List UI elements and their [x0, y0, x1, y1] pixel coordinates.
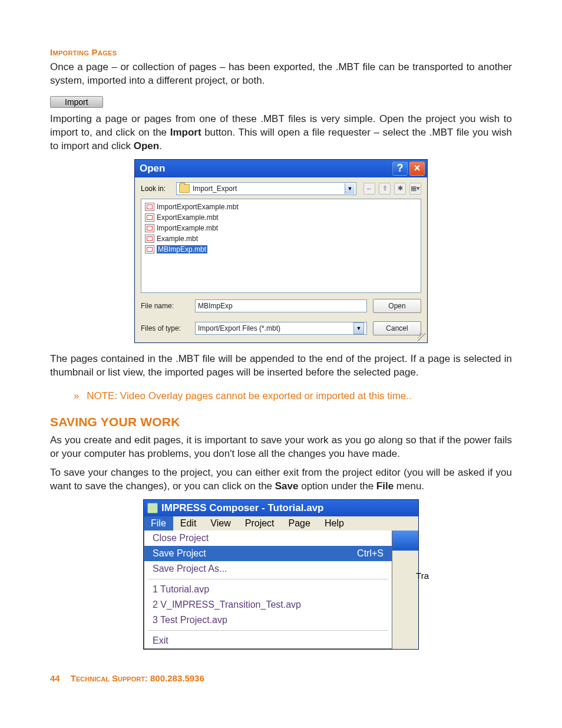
file-item[interactable]: ImportExportExample.mbt [145, 202, 417, 212]
menu-bar: File Edit View Project Page Help [144, 516, 418, 531]
toolbar-strip [391, 531, 418, 551]
chevron-right-icon: » [74, 390, 78, 401]
page-number: 44 [50, 673, 60, 683]
file-item[interactable]: ImportExample.mbt [145, 223, 417, 233]
menu-edit[interactable]: Edit [173, 516, 204, 531]
filename-value: MBImpExp [198, 302, 233, 310]
look-in-value: Import_Export [193, 185, 345, 193]
resize-grip-icon[interactable] [418, 333, 426, 341]
folder-icon [179, 184, 190, 193]
file-menu-dropdown: Close Project Save Project Ctrl+S Save P… [144, 531, 392, 649]
file-name: Example.mbt [157, 235, 198, 243]
filename-input[interactable]: MBImpExp [195, 299, 367, 312]
bold-import: Import [170, 127, 201, 138]
menu-file[interactable]: File [144, 516, 173, 531]
new-folder-icon[interactable]: ✱ [394, 183, 406, 195]
label: 2 V_IMPRESS_Transition_Test.avp [153, 599, 301, 610]
text: . [159, 140, 162, 151]
paragraph-2: Importing a page or pages from one of th… [50, 113, 512, 153]
composer-titlebar[interactable]: IMPRESS Composer - Tutorial.avp [144, 500, 418, 516]
label: 3 Test Project.avp [153, 615, 227, 625]
section-heading-saving: SAVING YOUR WORK [50, 415, 512, 429]
help-icon[interactable]: ? [392, 162, 408, 176]
text: option under the [298, 480, 376, 492]
menu-page[interactable]: Page [282, 516, 318, 531]
look-in-dropdown[interactable]: Import_Export ▼ [176, 182, 356, 195]
truncated-text: Tra [416, 571, 429, 581]
paragraph-4: As you create and edit pages, it is impo… [50, 434, 512, 461]
label: Close Project [153, 533, 209, 543]
menu-view[interactable]: View [203, 516, 237, 531]
menu-separator [148, 630, 388, 631]
file-icon [145, 213, 154, 222]
dialog-titlebar[interactable]: Open ? × [135, 160, 427, 177]
page-footer: 44 Technical Support: 800.283.5936 [50, 673, 512, 683]
bold-open: Open [134, 140, 159, 151]
filename-label: File name: [141, 302, 189, 310]
menu-item-recent-1[interactable]: 1 Tutorial.avp [144, 582, 392, 597]
menu-item-close-project[interactable]: Close Project [144, 531, 392, 546]
file-list[interactable]: ImportExportExample.mbt ExportExample.mb… [141, 199, 421, 293]
menu-item-save-project[interactable]: Save Project Ctrl+S [144, 546, 392, 561]
filetype-dropdown[interactable]: Import/Export Files (*.mbt) ▼ [195, 322, 367, 335]
technical-support: Technical Support: 800.283.5936 [71, 673, 204, 683]
cancel-button[interactable]: Cancel [373, 321, 421, 335]
file-item[interactable]: Example.mbt [145, 233, 417, 244]
label: Save Project As... [153, 564, 227, 574]
file-icon [145, 224, 154, 232]
look-in-label: Look in: [141, 185, 173, 193]
paragraph-3: The pages contained in the .MBT file wil… [50, 353, 512, 380]
composer-window: IMPRESS Composer - Tutorial.avp File Edi… [143, 499, 419, 650]
menu-item-exit[interactable]: Exit [144, 633, 392, 648]
file-name: ImportExample.mbt [157, 224, 218, 232]
file-item-selected[interactable]: MBImpExp.mbt [145, 244, 417, 255]
file-icon [145, 235, 154, 243]
paragraph-1: Once a page – or collection of pages – h… [50, 61, 512, 88]
menu-item-save-as[interactable]: Save Project As... [144, 561, 392, 577]
note-line: » NOTE: Video Overlay pages cannot be ex… [74, 390, 512, 402]
label: 1 Tutorial.avp [153, 584, 209, 595]
file-name: ImportExportExample.mbt [157, 203, 239, 211]
file-icon [145, 245, 154, 253]
composer-title: IMPRESS Composer - Tutorial.avp [161, 502, 324, 514]
menu-item-recent-3[interactable]: 3 Test Project.avp [144, 612, 392, 628]
import-button[interactable]: Import [50, 96, 103, 108]
menu-project[interactable]: Project [238, 516, 282, 531]
open-dialog: Open ? × Look in: Import_Export ▼ ← ⇧ ✱ … [134, 159, 428, 343]
paragraph-5: To save your changes to the project, you… [50, 466, 512, 493]
section-heading-importing: Importing Pages [50, 47, 512, 57]
filetype-label: Files of type: [141, 324, 189, 332]
app-icon [147, 503, 158, 513]
chevron-down-icon[interactable]: ▼ [353, 322, 364, 334]
dialog-title: Open [140, 163, 165, 174]
menu-item-recent-2[interactable]: 2 V_IMPRESS_Transition_Test.avp [144, 597, 392, 612]
menu-help[interactable]: Help [318, 516, 351, 531]
file-icon [145, 203, 154, 211]
shortcut: Ctrl+S [357, 548, 384, 559]
label: Save Project [153, 548, 206, 559]
open-button[interactable]: Open [373, 299, 421, 313]
menu-separator [148, 579, 388, 579]
filetype-value: Import/Export Files (*.mbt) [198, 324, 353, 332]
note-text: NOTE: Video Overlay pages cannot be expo… [87, 390, 412, 401]
chevron-down-icon[interactable]: ▼ [345, 183, 355, 194]
text: menu. [394, 480, 424, 492]
bold-file: File [376, 480, 394, 492]
back-icon[interactable]: ← [363, 183, 375, 195]
file-name: ExportExample.mbt [157, 213, 219, 222]
bold-save: Save [275, 480, 299, 492]
close-icon[interactable]: × [409, 162, 425, 176]
label: Exit [153, 635, 168, 646]
file-item[interactable]: ExportExample.mbt [145, 212, 417, 223]
up-folder-icon[interactable]: ⇧ [379, 183, 391, 195]
views-icon[interactable]: ▦▾ [409, 183, 421, 195]
file-name: MBImpExp.mbt [157, 245, 207, 253]
